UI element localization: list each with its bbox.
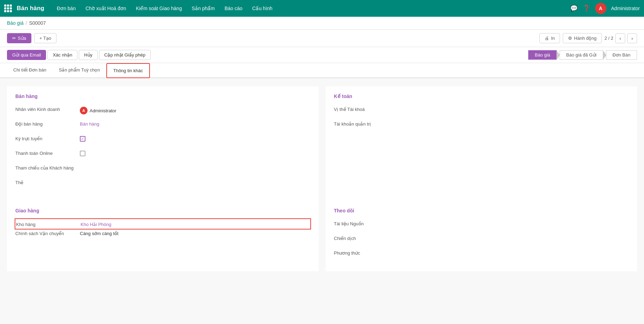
- ke-toan-section: Kế toán Vị thế Tài khoá Tài khoản quản t…: [326, 86, 637, 201]
- chien-dich-row: Chiến dịch: [334, 234, 629, 245]
- tai-lieu-nguon-label: Tài liệu Nguồn: [334, 219, 399, 226]
- nav-right-area: 💬 ❓ A Administrator: [570, 3, 640, 14]
- nhan-vien-name: Administrator: [90, 108, 116, 113]
- nav-don-ban[interactable]: Đơn bán: [53, 3, 80, 13]
- bottom-sections-grid: Giao hàng Kho hàng Kho Hải Phòng Chính s…: [7, 201, 637, 271]
- ban-hang-title: Bán hàng: [15, 93, 310, 99]
- printer-icon: 🖨: [545, 36, 549, 41]
- tham-chieu-label: Tham chiếu của Khách hàng: [15, 163, 80, 171]
- pipeline-step-bao-gia-gui[interactable]: Báo giá đã Gửi: [560, 50, 603, 60]
- ke-toan-title: Kế toán: [334, 93, 629, 99]
- nav-cau-hinh[interactable]: Cấu hình: [248, 3, 276, 13]
- tai-khoan-quan-tri-row: Tài khoản quản trị: [334, 119, 629, 130]
- nav-san-pham[interactable]: Sản phẩm: [188, 3, 219, 13]
- pager-area: 2 / 2 ‹ ›: [605, 33, 637, 43]
- status-bar: Gửi qua Email Xác nhận Hủy Cập nhật Giấy…: [0, 47, 644, 63]
- tai-lieu-nguon-row: Tài liệu Nguồn: [334, 219, 629, 230]
- apps-grid-icon[interactable]: [4, 5, 12, 12]
- print-label: In: [551, 36, 555, 41]
- pipeline-step-don-ban[interactable]: Đơn Bán: [606, 50, 637, 60]
- action-label: Hành động: [574, 36, 596, 41]
- phuong-thuc-row: Phương thức: [334, 248, 629, 259]
- update-license-button[interactable]: Cập nhật Giấy phép: [99, 50, 151, 60]
- gear-icon: ⚙: [568, 36, 572, 41]
- tai-lieu-nguon-value: [399, 219, 629, 221]
- giao-hang-section: Giao hàng Kho hàng Kho Hải Phòng Chính s…: [7, 201, 319, 271]
- ban-hang-section: Bán hàng Nhân viên Kinh doanh A Administ…: [7, 86, 319, 201]
- phuong-thuc-value: [399, 248, 629, 250]
- nav-kiem-soat[interactable]: Kiểm soát Giao hàng: [132, 3, 186, 13]
- chinh-sach-van-chuyen-row: Chính sách Vận chuyển Càng sớm càng tốt: [15, 229, 310, 240]
- the-label: Thẻ: [15, 178, 80, 185]
- doi-ban-hang-value[interactable]: Bán hàng: [80, 119, 310, 127]
- ky-truc-tuyen-label: Ký trực tuyến: [15, 134, 80, 141]
- chat-icon[interactable]: 💬: [570, 5, 578, 12]
- tab-chi-tiet-don-ban[interactable]: Chi tiết Đơn bán: [7, 63, 53, 78]
- cancel-button[interactable]: Hủy: [79, 50, 98, 60]
- theo-doi-section: Theo dõi Tài liệu Nguồn Chiến dịch Phươn…: [326, 201, 637, 271]
- top-sections-grid: Bán hàng Nhân viên Kinh doanh A Administ…: [7, 86, 637, 201]
- breadcrumb-current: S00007: [29, 20, 46, 26]
- vi-the-tai-khoa-row: Vị thế Tài khoá: [334, 105, 629, 116]
- content-area: Bán hàng Nhân viên Kinh doanh A Administ…: [0, 78, 644, 287]
- pipeline-steps: Báo giá Báo giá đã Gửi Đơn Bán: [528, 50, 637, 60]
- pager-text: 2 / 2: [605, 36, 613, 41]
- giao-hang-title: Giao hàng: [15, 208, 310, 213]
- the-value: [80, 178, 310, 180]
- tab-bar: Chi tiết Đơn bán Sản phẩm Tuỳ chọn Thông…: [0, 63, 644, 78]
- vi-the-tai-khoa-label: Vị thế Tài khoá: [334, 105, 399, 112]
- kho-hang-row: Kho hàng Kho Hải Phòng: [15, 218, 311, 229]
- the-row: Thẻ: [15, 178, 310, 189]
- thanh-toan-row: Thanh toán Online: [15, 149, 310, 160]
- pencil-icon: ✏: [12, 36, 16, 41]
- action-button[interactable]: ⚙ Hành động: [563, 33, 601, 43]
- ky-truc-tuyen-value: ✓: [80, 134, 310, 142]
- help-icon[interactable]: ❓: [583, 5, 590, 12]
- doi-ban-hang-row: Đội bán hàng Bán hàng: [15, 119, 310, 130]
- tham-chieu-value: [80, 163, 310, 165]
- top-navigation: Bán hàng Đơn bán Chờ xuất Hoá đơn Kiểm s…: [0, 0, 644, 17]
- toolbar: ✏ Sửa + Tạo 🖨 In ⚙ Hành động 2 / 2 ‹ ›: [0, 30, 644, 47]
- nav-bao-cao[interactable]: Báo cáo: [220, 3, 247, 13]
- app-title: Bán hàng: [17, 5, 44, 12]
- tham-chieu-row: Tham chiếu của Khách hàng: [15, 163, 310, 174]
- user-name[interactable]: Administrator: [611, 6, 640, 11]
- thanh-toan-value: [80, 149, 310, 156]
- administrator-avatar: A: [80, 107, 88, 114]
- thanh-toan-checkbox[interactable]: [80, 151, 85, 156]
- ky-truc-tuyen-row: Ký trực tuyến ✓: [15, 134, 310, 145]
- kho-hang-value[interactable]: Kho Hải Phòng: [81, 220, 310, 227]
- pipeline-step-bao-gia[interactable]: Báo giá: [528, 50, 557, 60]
- pager-prev-button[interactable]: ‹: [615, 33, 625, 43]
- nhan-vien-value: A Administrator: [80, 105, 310, 114]
- confirm-button[interactable]: Xác nhận: [47, 50, 77, 60]
- doi-ban-hang-label: Đội bán hàng: [15, 119, 80, 127]
- kho-hang-label: Kho hàng: [16, 220, 81, 227]
- nhan-vien-row: Nhân viên Kinh doanh A Administrator: [15, 105, 310, 116]
- breadcrumb: Báo giá / S00007: [0, 17, 644, 30]
- print-button[interactable]: 🖨 In: [539, 33, 560, 43]
- nav-cho-xuat[interactable]: Chờ xuất Hoá đơn: [81, 3, 130, 13]
- edit-label: Sửa: [18, 36, 26, 41]
- breadcrumb-separator: /: [25, 20, 27, 26]
- tab-san-pham-tuy-chon[interactable]: Sản phẩm Tuỳ chọn: [53, 63, 106, 78]
- vi-the-tai-khoa-value: [399, 105, 629, 107]
- tab-thong-tin-khac[interactable]: Thông tin khác: [106, 63, 150, 78]
- chinh-sach-van-chuyen-value: Càng sớm càng tốt: [80, 229, 310, 236]
- chinh-sach-van-chuyen-label: Chính sách Vận chuyển: [15, 229, 80, 236]
- avatar[interactable]: A: [595, 3, 606, 14]
- tai-khoan-quan-tri-value: [399, 119, 629, 121]
- tai-khoan-quan-tri-label: Tài khoản quản trị: [334, 119, 399, 127]
- theo-doi-title: Theo dõi: [334, 208, 629, 213]
- breadcrumb-parent[interactable]: Báo giá: [7, 20, 23, 26]
- pager-next-button[interactable]: ›: [627, 33, 637, 43]
- phuong-thuc-label: Phương thức: [334, 248, 399, 256]
- ky-truc-tuyen-checkbox[interactable]: ✓: [80, 136, 85, 142]
- edit-button[interactable]: ✏ Sửa: [7, 33, 31, 43]
- create-button[interactable]: + Tạo: [34, 33, 56, 43]
- nhan-vien-label: Nhân viên Kinh doanh: [15, 105, 80, 112]
- chien-dich-value: [399, 234, 629, 236]
- chien-dich-label: Chiến dịch: [334, 234, 399, 241]
- send-email-button[interactable]: Gửi qua Email: [7, 50, 46, 60]
- thanh-toan-label: Thanh toán Online: [15, 149, 80, 156]
